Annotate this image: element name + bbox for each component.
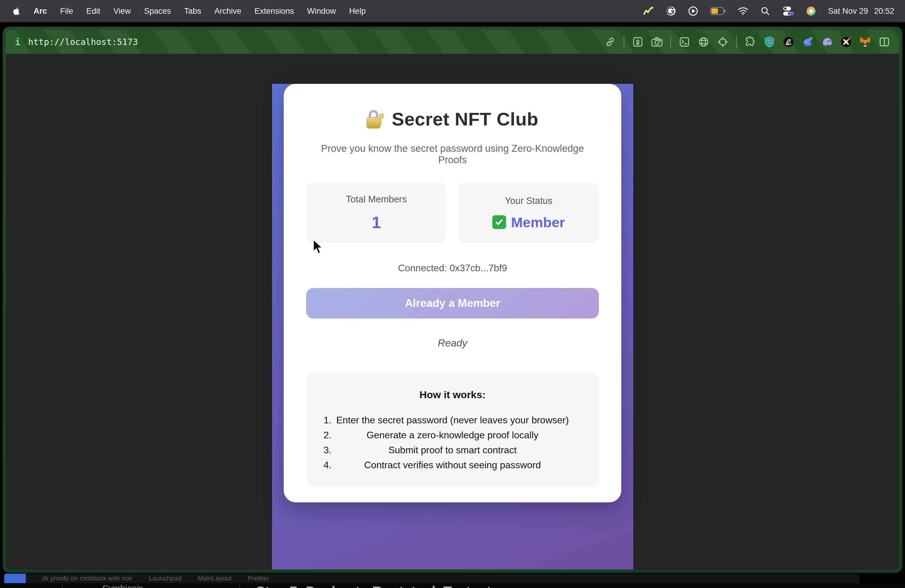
- rabby-wallet-icon[interactable]: [802, 36, 813, 48]
- macos-menu-bar: Arc File Edit View Spaces Tabs Archive E…: [0, 0, 905, 22]
- member-status-text: Member: [511, 214, 565, 230]
- menu-help[interactable]: Help: [349, 6, 366, 16]
- menubar-time: 20:52: [874, 6, 894, 16]
- how-it-works-title: How it works:: [318, 389, 587, 400]
- menu-file[interactable]: File: [60, 6, 73, 16]
- background-tab-title: Symbiosis: [90, 583, 156, 588]
- stat-label: Your Status: [505, 195, 553, 206]
- menu-window[interactable]: Window: [307, 6, 336, 16]
- shield-privacy-icon[interactable]: [764, 36, 775, 48]
- metamask-icon[interactable]: [859, 36, 871, 48]
- search-icon[interactable]: [761, 6, 770, 16]
- link-icon[interactable]: [605, 36, 616, 48]
- how-it-works-list: 1. Enter the secret password (never leav…: [318, 413, 587, 472]
- code-editor-statusbar[interactable]: zk proofs on rootstock with noir Launchp…: [4, 574, 859, 583]
- your-status-stat: Your Status Member: [459, 183, 599, 243]
- toolbar-divider: [624, 36, 624, 48]
- split-view-icon[interactable]: [879, 36, 890, 48]
- x-wallet-icon[interactable]: [840, 36, 852, 48]
- list-item: 1. Enter the secret password (never leav…: [318, 413, 587, 427]
- page-title: Secret NFT Club: [306, 108, 599, 130]
- site-info-icon[interactable]: [15, 37, 21, 47]
- url-text[interactable]: http://localhost:5173: [28, 37, 138, 47]
- arc-browser-window: http://localhost:5173: [2, 26, 903, 573]
- crosshair-icon[interactable]: [717, 36, 729, 48]
- list-item: 4. Contract verifies without seeing pass…: [318, 458, 587, 472]
- already-member-button[interactable]: Already a Member: [306, 288, 599, 319]
- stocks-icon[interactable]: [643, 6, 654, 16]
- phantom-wallet-icon[interactable]: [821, 36, 833, 48]
- menu-tabs[interactable]: Tabs: [184, 6, 201, 16]
- check-mark-icon: [492, 215, 506, 229]
- globe-icon[interactable]: [698, 36, 709, 48]
- divider: [62, 583, 62, 588]
- lock-with-key-icon: [367, 110, 384, 129]
- menu-app-name[interactable]: Arc: [33, 6, 47, 16]
- webpage-viewport: Secret NFT Club Prove you know the secre…: [6, 54, 899, 569]
- divider: [240, 583, 240, 588]
- menu-view[interactable]: View: [113, 6, 131, 16]
- toolbar-divider: [736, 36, 737, 48]
- wifi-icon[interactable]: [738, 7, 748, 15]
- background-doc-heading: Step 7: Deploy to Rootstock Testnet: [256, 583, 491, 588]
- terminal-icon[interactable]: [679, 36, 690, 48]
- battery-icon[interactable]: [710, 7, 726, 15]
- menu-archive[interactable]: Archive: [214, 6, 241, 16]
- url-bar[interactable]: http://localhost:5173: [15, 37, 138, 47]
- play-circle-icon[interactable]: [688, 6, 698, 16]
- list-item: 3. Submit proof to smart contract: [318, 442, 587, 458]
- stat-label: Total Members: [346, 194, 407, 205]
- page-gradient-background: Secret NFT Club Prove you know the secre…: [272, 84, 633, 569]
- total-members-stat: Total Members 1: [306, 183, 446, 243]
- remote-indicator[interactable]: [4, 574, 26, 583]
- stat-value: 1: [372, 213, 381, 232]
- puzzle-extension-icon[interactable]: [745, 36, 756, 48]
- list-item: 2. Generate a zero-knowledge proof local…: [318, 427, 587, 442]
- mouse-cursor: [312, 239, 325, 257]
- control-toggles-icon[interactable]: [782, 6, 794, 16]
- background-windows: zk proofs on rootstock with noir Launchp…: [0, 573, 905, 588]
- menubar-clock[interactable]: Sat Nov 29 20:52: [828, 6, 894, 16]
- siri-icon[interactable]: [806, 6, 816, 16]
- script-l-icon[interactable]: [783, 36, 794, 48]
- camera-icon[interactable]: [651, 36, 663, 48]
- how-it-works-box: How it works: 1. Enter the secret passwo…: [306, 372, 599, 487]
- apple-logo-icon[interactable]: [11, 6, 21, 16]
- status-text: Ready: [306, 337, 599, 349]
- page-subtitle: Prove you know the secret password using…: [306, 143, 599, 165]
- statusbar-branch-text: zk proofs on rootstock with noir: [42, 575, 133, 582]
- page-title-text: Secret NFT Club: [392, 108, 538, 130]
- connected-address: Connected: 0x37cb...7bf9: [306, 262, 599, 273]
- toolbar-divider: [670, 36, 671, 48]
- statusbar-item: Prettier: [248, 575, 269, 582]
- menu-edit[interactable]: Edit: [86, 6, 100, 16]
- menu-spaces[interactable]: Spaces: [144, 6, 171, 16]
- browser-toolbar: http://localhost:5173: [6, 30, 899, 54]
- statusbar-item: MainLayout: [197, 575, 232, 582]
- menubar-date: Sat Nov 29: [828, 6, 868, 16]
- picture-in-picture-icon[interactable]: [632, 36, 643, 48]
- secret-nft-club-card: Secret NFT Club Prove you know the secre…: [284, 84, 621, 502]
- statusbar-item: Launchpad: [149, 575, 181, 582]
- menu-extensions[interactable]: Extensions: [254, 6, 294, 16]
- grammarly-icon[interactable]: [666, 6, 676, 16]
- background-document-row[interactable]: Symbiosis Step 7: Deploy to Rootstock Te…: [0, 583, 905, 588]
